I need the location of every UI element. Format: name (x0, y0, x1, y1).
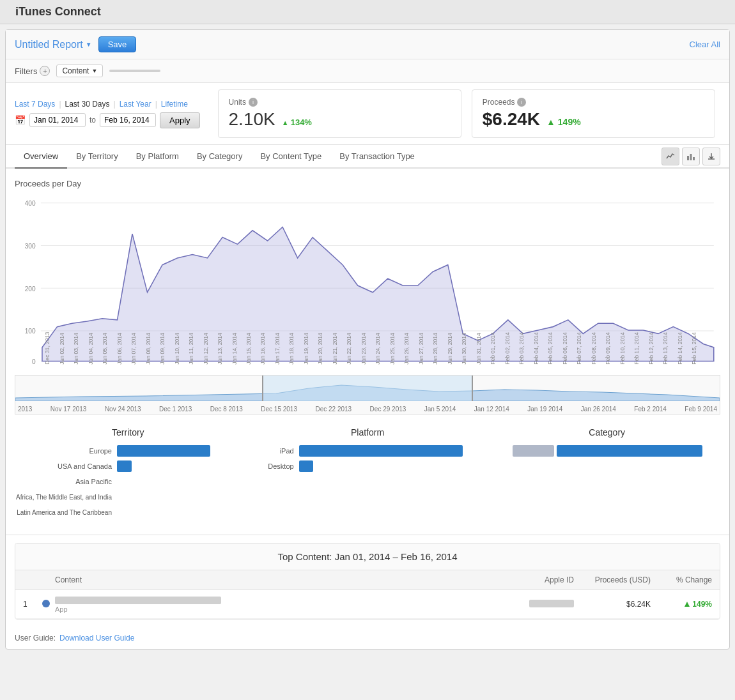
report-title-caret-icon: ▼ (86, 41, 92, 48)
tab-content-type[interactable]: By Content Type (251, 145, 330, 169)
svg-text:Feb 12, 2014: Feb 12, 2014 (648, 332, 654, 365)
proceeds-info-icon[interactable]: i (517, 98, 526, 107)
date-to-input[interactable] (100, 113, 156, 127)
tab-overview[interactable]: Overview (15, 145, 67, 169)
proceeds-change: ▲ 149% (546, 117, 581, 127)
mini-nav-labels: 2013 Nov 17 2013 Nov 24 2013 Dec 1 2013 … (15, 406, 720, 413)
svg-text:Feb 06, 2014: Feb 06, 2014 (562, 332, 568, 365)
svg-text:Jan 04, 2014: Jan 04, 2014 (88, 333, 94, 365)
tab-platform[interactable]: By Platform (127, 145, 188, 169)
main-container: Untitled Report ▼ Save Clear All Filters… (5, 29, 730, 650)
col-header-apple-id: Apple ID (507, 575, 584, 584)
date-from-input[interactable] (29, 113, 86, 127)
line-chart-button[interactable] (662, 148, 679, 165)
svg-text:Jan 29, 2014: Jan 29, 2014 (447, 333, 453, 365)
col-header-content: Content (55, 575, 507, 584)
svg-text:Jan 22, 2014: Jan 22, 2014 (346, 333, 353, 365)
filter-chip-caret-icon: ▼ (91, 68, 97, 74)
app-header: iTunes Connect (0, 0, 735, 24)
svg-text:Feb 10, 2014: Feb 10, 2014 (619, 332, 626, 365)
territory-chart: Territory Europe USA and Canada Asia Pac… (15, 427, 242, 522)
clear-all-button[interactable]: Clear All (690, 40, 720, 49)
platform-chart-title: Platform (254, 427, 481, 438)
user-guide-label: User Guide: (15, 634, 56, 643)
navigator-handle[interactable] (262, 376, 474, 401)
date-inputs: 📅 to Apply (15, 112, 200, 128)
svg-text:Feb 03, 2014: Feb 03, 2014 (519, 332, 525, 365)
territory-bar-usa: USA and Canada (15, 460, 242, 472)
svg-text:100: 100 (25, 328, 36, 335)
filters-label: Filters + (15, 66, 50, 76)
svg-text:0: 0 (32, 358, 36, 365)
svg-text:Jan 28, 2014: Jan 28, 2014 (433, 333, 439, 365)
territory-bar-asia: Asia Pacific (15, 476, 242, 487)
svg-text:400: 400 (25, 200, 36, 207)
svg-text:Jan 26, 2014: Jan 26, 2014 (404, 333, 410, 365)
tab-transaction-type[interactable]: By Transaction Type (330, 145, 424, 169)
footer: User Guide: Download User Guide (6, 627, 729, 649)
platform-bar-ipad: iPad (254, 445, 481, 457)
svg-text:Jan 23, 2014: Jan 23, 2014 (360, 333, 367, 365)
svg-text:Jan 17, 2014: Jan 17, 2014 (274, 333, 281, 365)
svg-text:Jan 19, 2014: Jan 19, 2014 (303, 333, 309, 365)
date-links: Last 7 Days | Last 30 Days | Last Year |… (15, 100, 200, 109)
svg-text:Jan 24, 2014: Jan 24, 2014 (375, 333, 382, 365)
svg-text:Jan 03, 2014: Jan 03, 2014 (73, 333, 79, 365)
last-year-link[interactable]: Last Year (120, 100, 151, 109)
filters-bar: Filters + Content ▼ (6, 59, 729, 83)
svg-marker-59 (685, 602, 690, 607)
bottom-charts: Territory Europe USA and Canada Asia Pac… (6, 415, 729, 535)
svg-text:300: 300 (25, 243, 36, 250)
platform-bar-desktop: Desktop (254, 460, 481, 472)
filter-chip-value (109, 70, 160, 72)
col-header-change: % Change (661, 575, 712, 584)
save-button[interactable]: Save (98, 36, 137, 52)
svg-text:Jan 13, 2014: Jan 13, 2014 (217, 333, 223, 365)
content-filter-chip[interactable]: Content ▼ (56, 65, 103, 77)
download-user-guide-link[interactable]: Download User Guide (59, 634, 134, 643)
svg-text:Jan 30, 2014: Jan 30, 2014 (461, 333, 468, 365)
report-title[interactable]: Untitled Report ▼ (15, 39, 92, 50)
svg-text:200: 200 (25, 285, 36, 292)
chart-section: Proceeds per Day 400 300 200 100 0 D (6, 169, 729, 375)
units-info-icon[interactable]: i (249, 98, 258, 107)
svg-rect-1 (690, 154, 692, 160)
row-dot-icon (42, 600, 50, 607)
svg-text:Feb 15, 2014: Feb 15, 2014 (691, 332, 697, 365)
svg-text:Jan 31, 2014: Jan 31, 2014 (476, 333, 482, 365)
svg-rect-2 (693, 157, 695, 160)
tab-category[interactable]: By Category (188, 145, 252, 169)
add-filter-button[interactable]: + (40, 66, 50, 76)
report-title-bar: Untitled Report ▼ Save Clear All (6, 30, 729, 59)
svg-text:Jan 25, 2014: Jan 25, 2014 (389, 333, 396, 365)
svg-text:Jan 14, 2014: Jan 14, 2014 (231, 333, 238, 365)
svg-text:Feb 14, 2014: Feb 14, 2014 (677, 332, 683, 365)
apply-button[interactable]: Apply (160, 112, 200, 128)
tab-territory[interactable]: By Territory (67, 145, 127, 169)
top-content-title: Top Content: Jan 01, 2014 – Feb 16, 2014 (15, 544, 720, 570)
svg-text:Jan 20, 2014: Jan 20, 2014 (318, 333, 324, 365)
svg-text:Jan 16, 2014: Jan 16, 2014 (260, 333, 267, 365)
mini-navigator[interactable]: 2013 Nov 17 2013 Nov 24 2013 Dec 1 2013 … (15, 375, 720, 415)
row-change: 149% (661, 600, 712, 609)
chart-container: 400 300 200 100 0 Dec 31, 2013 Jan 02, 2… (15, 196, 720, 375)
svg-text:Feb 05, 2014: Feb 05, 2014 (548, 332, 554, 365)
last-30-days-link[interactable]: Last 30 Days (65, 100, 110, 109)
svg-text:Jan 12, 2014: Jan 12, 2014 (203, 333, 209, 365)
category-chart-title: Category (493, 427, 720, 438)
download-button[interactable] (702, 148, 720, 165)
category-bar-1 (493, 445, 720, 457)
bar-chart-button[interactable] (682, 148, 700, 165)
stats-bar: Last 7 Days | Last 30 Days | Last Year |… (6, 83, 729, 145)
units-value: 2.10K (229, 109, 275, 130)
svg-text:Jan 05, 2014: Jan 05, 2014 (102, 333, 108, 365)
units-stat-box: Units i 2.10K 134% (218, 89, 461, 138)
top-content-section: Top Content: Jan 01, 2014 – Feb 16, 2014… (15, 543, 720, 620)
lifetime-link[interactable]: Lifetime (161, 100, 188, 109)
last-7-days-link[interactable]: Last 7 Days (15, 100, 55, 109)
tabs-bar: Overview By Territory By Platform By Cat… (6, 145, 729, 169)
svg-text:Jan 09, 2014: Jan 09, 2014 (159, 333, 166, 365)
date-range-section: Last 7 Days | Last 30 Days | Last Year |… (15, 100, 213, 128)
table-row: 1 App $6.24K 149% (15, 590, 720, 619)
content-sublabel: App (55, 605, 507, 613)
